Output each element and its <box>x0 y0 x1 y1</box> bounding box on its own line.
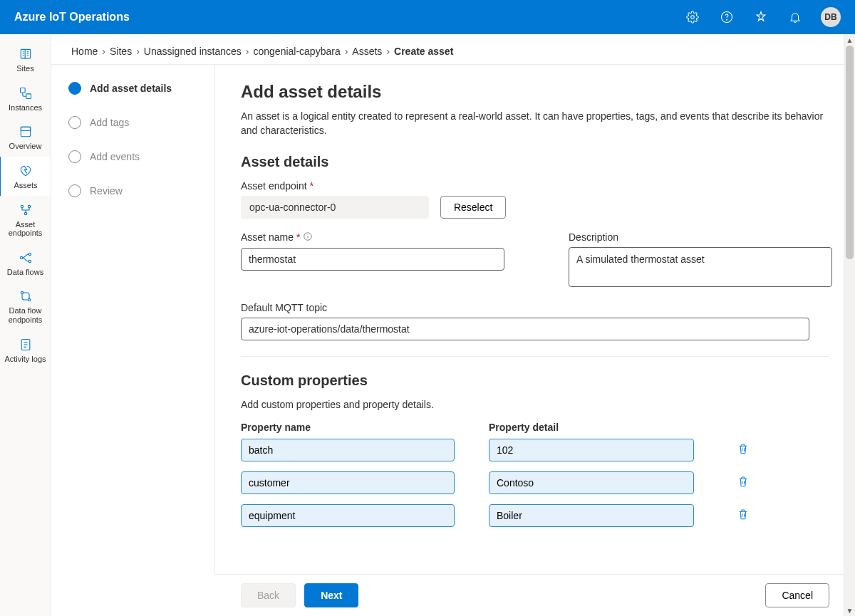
mqtt-topic-input[interactable] <box>241 318 809 340</box>
scroll-up-arrow-icon[interactable]: ▲ <box>844 34 855 46</box>
nav-label: Overview <box>9 142 42 151</box>
nav-rail: Sites Instances Overview Assets Asset en… <box>0 34 51 616</box>
required-star-icon: * <box>310 180 314 192</box>
prop-detail-input[interactable] <box>489 504 694 527</box>
nav-overview[interactable]: Overview <box>0 118 51 157</box>
svg-point-7 <box>21 205 23 207</box>
nav-data-flow-endpoints[interactable]: Data flow endpoints <box>0 282 51 330</box>
asset-name-label: Asset name <box>241 231 294 243</box>
main: Home › Sites › Unassigned instances › co… <box>51 34 855 616</box>
cancel-button[interactable]: Cancel <box>765 583 829 607</box>
content-wrap: Add asset details Add tags Add events Re… <box>51 64 855 574</box>
step-label: Add events <box>90 151 140 162</box>
notifications-icon[interactable] <box>781 3 809 31</box>
step-label: Add asset details <box>90 83 172 94</box>
nav-label: Assets <box>14 181 37 190</box>
section-asset-details: Asset details <box>241 154 829 170</box>
svg-rect-4 <box>26 93 31 98</box>
feedback-icon[interactable] <box>747 3 775 31</box>
delete-icon[interactable] <box>737 507 750 523</box>
nav-data-flows[interactable]: Data flows <box>0 244 51 283</box>
svg-point-14 <box>28 299 30 301</box>
wizard-step-details[interactable]: Add asset details <box>68 82 206 95</box>
nav-label: Instances <box>9 103 42 113</box>
prop-detail-input[interactable] <box>489 471 694 494</box>
step-label: Review <box>90 185 123 197</box>
svg-rect-3 <box>20 88 25 93</box>
divider <box>241 356 829 357</box>
crumb-sites[interactable]: Sites <box>110 46 132 57</box>
delete-icon[interactable] <box>737 474 750 491</box>
help-icon[interactable] <box>712 3 741 31</box>
prop-name-input[interactable] <box>241 439 455 461</box>
crumb-unassigned[interactable]: Unassigned instances <box>144 46 242 57</box>
form-content: Add asset details An asset is a logical … <box>215 65 855 574</box>
page-description: An asset is a logical entity created to … <box>241 109 829 138</box>
back-button[interactable]: Back <box>241 583 296 607</box>
required-star-icon: * <box>296 231 300 243</box>
scroll-thumb[interactable] <box>846 46 854 259</box>
svg-point-0 <box>691 16 695 19</box>
nav-label: Asset endpoints <box>3 220 48 238</box>
wizard-step-review[interactable]: Review <box>68 184 206 197</box>
svg-point-11 <box>28 253 31 255</box>
nav-instances[interactable]: Instances <box>0 79 51 118</box>
wizard-footer: Back Next Cancel <box>215 574 855 616</box>
scroll-down-arrow-icon[interactable]: ▼ <box>844 605 855 616</box>
description-input[interactable] <box>569 247 832 287</box>
nav-activity-logs[interactable]: Activity logs <box>0 330 51 370</box>
page-title: Add asset details <box>241 82 829 102</box>
chevron-right-icon: › <box>136 46 140 57</box>
body: Sites Instances Overview Assets Asset en… <box>0 34 855 616</box>
chevron-right-icon: › <box>102 46 105 57</box>
custom-props-header: Property name Property detail <box>241 422 829 433</box>
svg-point-9 <box>24 212 26 214</box>
nav-assets[interactable]: Assets <box>0 157 51 196</box>
field-description: Description <box>569 231 832 289</box>
prop-name-input[interactable] <box>241 471 455 494</box>
step-bullet-icon <box>68 116 81 129</box>
crumb-instance[interactable]: congenial-capybara <box>253 46 340 57</box>
settings-icon[interactable] <box>678 3 707 31</box>
prop-detail-input[interactable] <box>489 439 694 461</box>
nav-sites[interactable]: Sites <box>0 40 51 79</box>
asset-name-input[interactable] <box>241 248 504 271</box>
field-asset-endpoint: Asset endpoint * opc-ua-connector-0 Rese… <box>241 180 829 219</box>
mqtt-label: Default MQTT topic <box>241 302 327 313</box>
step-bullet-icon <box>68 150 81 163</box>
crumb-assets[interactable]: Assets <box>352 46 382 57</box>
top-header: Azure IoT Operations DB <box>0 0 855 34</box>
svg-rect-6 <box>21 127 30 131</box>
prop-detail-header: Property detail <box>489 422 694 433</box>
scrollbar[interactable]: ▲ ▼ <box>844 34 855 616</box>
svg-point-12 <box>28 260 31 262</box>
svg-point-10 <box>20 256 22 259</box>
reselect-button[interactable]: Reselect <box>440 196 506 219</box>
prop-row <box>241 504 829 527</box>
wizard-step-tags[interactable]: Add tags <box>68 116 206 129</box>
next-button[interactable]: Next <box>304 583 358 607</box>
crumb-current: Create asset <box>394 46 453 57</box>
delete-icon[interactable] <box>737 442 750 458</box>
wizard-steps: Add asset details Add tags Add events Re… <box>51 65 215 574</box>
nav-asset-endpoints[interactable]: Asset endpoints <box>0 196 51 244</box>
step-label: Add tags <box>90 117 129 128</box>
chevron-right-icon: › <box>386 46 390 57</box>
field-asset-name: Asset name * <box>241 231 504 271</box>
asset-endpoint-label: Asset endpoint <box>241 180 307 192</box>
wizard-step-events[interactable]: Add events <box>68 150 206 163</box>
svg-rect-5 <box>21 127 30 137</box>
prop-name-input[interactable] <box>241 504 455 527</box>
prop-row <box>241 439 829 461</box>
user-avatar[interactable]: DB <box>821 7 841 27</box>
asset-endpoint-value: opc-ua-connector-0 <box>241 196 429 219</box>
chevron-right-icon: › <box>246 46 249 57</box>
prop-row <box>241 471 829 494</box>
nav-label: Data flow endpoints <box>3 306 48 324</box>
custom-props-desc: Add custom properties and property detai… <box>241 399 829 410</box>
crumb-home[interactable]: Home <box>71 46 98 57</box>
section-custom-properties: Custom properties <box>241 372 829 389</box>
info-icon[interactable] <box>303 231 313 244</box>
field-mqtt-topic: Default MQTT topic <box>241 302 829 340</box>
scroll-track[interactable] <box>844 46 855 605</box>
